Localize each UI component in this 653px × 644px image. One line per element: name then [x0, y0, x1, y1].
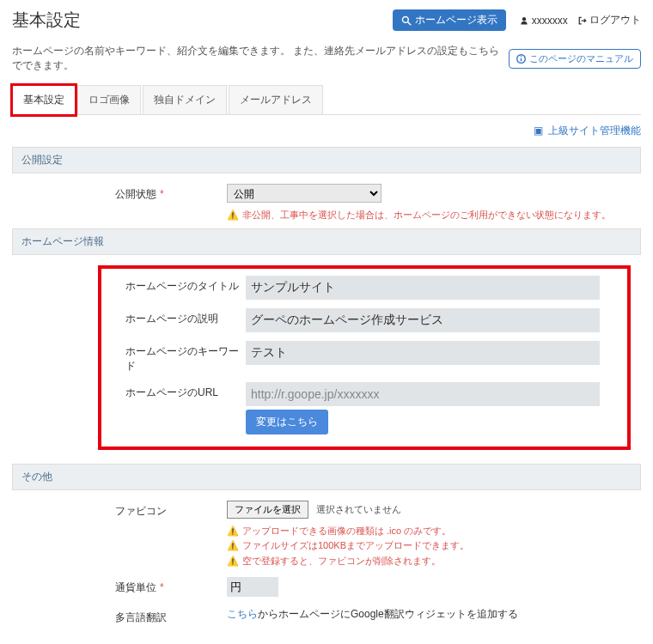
advanced-site-link[interactable]: ▣ 上級サイト管理機能 — [534, 125, 641, 137]
tab-domain[interactable]: 独自ドメイン — [143, 85, 227, 114]
manual-link-label: このページのマニュアル — [529, 52, 633, 65]
required-mark: * — [160, 188, 164, 200]
user-icon — [520, 16, 528, 25]
logout-link[interactable]: ログアウト — [578, 13, 641, 27]
external-link-icon: ▣ — [534, 125, 543, 137]
tab-logo[interactable]: ロゴ画像 — [77, 85, 141, 114]
warning-icon: ⚠️ — [227, 538, 239, 554]
publish-status-label: 公開状態* — [12, 184, 227, 205]
hp-desc-input[interactable] — [246, 308, 600, 332]
current-user: xxxxxxx — [520, 15, 567, 27]
tab-basic[interactable]: 基本設定 — [12, 85, 76, 115]
hp-url-label: ホームページのURL — [108, 382, 246, 404]
page-description: ホームページの名前やキーワード、紹介文を編集できます。 また、連絡先メールアドレ… — [12, 44, 509, 73]
hpinfo-highlight-block: ホームページのタイトル ホームページの説明 ホームページのキーワード ホームペー… — [98, 265, 631, 450]
favicon-warn-1: アップロードできる画像の種類は .ico のみです。 — [242, 524, 451, 539]
page-title: 基本設定 — [12, 9, 393, 32]
change-url-button[interactable]: 変更はこちら — [246, 410, 328, 434]
tabs: 基本設定 ロゴ画像 独自ドメイン メールアドレス — [12, 85, 641, 115]
tab-email[interactable]: メールアドレス — [229, 85, 323, 114]
hp-kw-input[interactable] — [246, 341, 600, 365]
view-homepage-label: ホームページ表示 — [415, 13, 497, 27]
search-icon — [401, 15, 412, 26]
warning-icon: ⚠️ — [227, 208, 239, 223]
hp-title-label: ホームページのタイトル — [108, 276, 246, 297]
required-mark: * — [160, 581, 164, 593]
svg-point-0 — [403, 16, 409, 22]
favicon-warn-3: 空で登録すると、ファビコンが削除されます。 — [242, 554, 441, 569]
svg-point-2 — [522, 17, 526, 21]
file-select-button[interactable]: ファイルを選択 — [227, 501, 308, 519]
currency-label: 通貨単位* — [12, 577, 227, 598]
warning-icon: ⚠️ — [227, 554, 239, 569]
section-publish-head: 公開設定 — [12, 147, 641, 173]
logout-label: ログアウト — [589, 14, 641, 26]
favicon-label: ファビコン — [12, 501, 227, 522]
section-other-head: その他 — [12, 464, 641, 490]
svg-point-5 — [521, 56, 522, 57]
section-hpinfo-head: ホームページ情報 — [12, 228, 641, 255]
view-homepage-button[interactable]: ホームページ表示 — [393, 9, 506, 31]
currency-input[interactable] — [227, 577, 278, 597]
publish-status-select[interactable]: 公開 — [227, 184, 381, 203]
publish-warning-text: 非公開、工事中を選択した場合は、ホームページのご利用ができない状態になります。 — [242, 208, 611, 223]
lang-label: 多言語翻訳 — [12, 607, 227, 629]
favicon-warn-2: ファイルサイズは100KBまでアップロードできます。 — [242, 538, 469, 554]
hp-desc-label: ホームページの説明 — [108, 308, 246, 330]
lang-link[interactable]: こちら — [227, 608, 258, 620]
svg-line-1 — [408, 21, 412, 25]
exit-icon — [578, 16, 587, 25]
hp-url-input — [246, 382, 600, 406]
warning-icon: ⚠️ — [227, 524, 239, 539]
hp-title-input[interactable] — [246, 276, 600, 300]
hp-kw-label: ホームページのキーワード — [108, 341, 246, 377]
username-text: xxxxxxx — [532, 15, 568, 27]
file-none-text: 選択されていません — [316, 504, 401, 514]
advanced-site-label: 上級サイト管理機能 — [548, 125, 641, 137]
lang-rest-text: からホームページにGoogle翻訳ウィジェットを追加する — [258, 608, 518, 620]
info-icon — [516, 54, 526, 64]
manual-link-button[interactable]: このページのマニュアル — [509, 49, 641, 69]
